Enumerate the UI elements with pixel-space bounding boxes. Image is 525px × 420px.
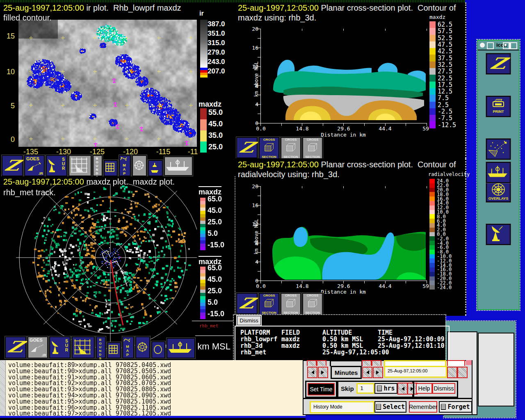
- ir-ytick: 5: [1, 102, 15, 110]
- surveillance-radar-button[interactable]: SUR: [46, 155, 67, 176]
- skip-back-button[interactable]: [397, 383, 408, 395]
- clipped-arrow-button[interactable]: [372, 360, 381, 366]
- ir-title-time: 25-aug-1997,12:05:00: [3, 3, 84, 12]
- dismiss-button[interactable]: Dismiss: [432, 383, 455, 394]
- overlay-target-button[interactable]: [132, 155, 147, 176]
- terminal-window[interactable]: volume:beaufait:89>xdump.all 970825.0405…: [0, 360, 306, 416]
- radar-dish-button[interactable]: [486, 224, 511, 245]
- zebra-main-button[interactable]: Z: [486, 53, 511, 74]
- xsec1-ytick: 20: [249, 26, 258, 32]
- time-forward-button[interactable]: [457, 367, 468, 378]
- clipped-field-2[interactable]: [447, 360, 465, 366]
- goes-label: GOES: [26, 156, 39, 161]
- help-button[interactable]: Help: [416, 383, 432, 394]
- buoy-button[interactable]: [148, 160, 163, 176]
- ship-icon: [165, 157, 190, 173]
- map-button[interactable]: MAP: [122, 336, 134, 358]
- cross-section-button-2[interactable]: CROSS SECTION: [281, 137, 301, 159]
- xsec1-plot[interactable]: [260, 29, 427, 123]
- ir-maxdz-colorbar-labels: 55.045.035.025.0: [208, 108, 223, 154]
- zebra-logo-button[interactable]: Z: [2, 155, 23, 176]
- print-button[interactable]: PRINT: [486, 96, 511, 117]
- cube-icon: [284, 142, 298, 153]
- satellite-image[interactable]: [18, 20, 197, 147]
- xsec2-ytick: 4: [249, 259, 258, 265]
- surveillance-radar-button[interactable]: SUR: [49, 336, 71, 358]
- minutes-forward-button-2[interactable]: [373, 367, 383, 378]
- ship-button[interactable]: [167, 338, 195, 358]
- ship-icon: [167, 339, 193, 355]
- ir-colorbar-title: ir: [199, 10, 204, 17]
- terminal-line: volume:beaufait:91>xdump.all 970825.0605…: [8, 374, 171, 380]
- map-button[interactable]: MAP: [119, 155, 131, 176]
- history-mode-field[interactable]: History Mode: [310, 401, 374, 413]
- minutes-forward-button[interactable]: [318, 367, 328, 378]
- bounds-button[interactable]: BOUNDS: [93, 155, 103, 176]
- icon-window-titlebar[interactable]: icon: [478, 41, 519, 50]
- radar-display[interactable]: [1, 184, 197, 349]
- bounds-label: BOUNDS: [95, 157, 98, 179]
- circle-button[interactable]: [151, 341, 165, 358]
- forget-button[interactable]: Forget: [439, 401, 472, 413]
- history-row: History Mode Select Remember Forget: [304, 398, 472, 416]
- zebra-logo-button[interactable]: Z: [236, 293, 258, 314]
- goes-ir-button[interactable]: GOES .IR: [24, 155, 45, 176]
- overlay-target-button[interactable]: [135, 336, 150, 358]
- satellite-button[interactable]: [486, 139, 511, 160]
- minutes-back-button-2[interactable]: [362, 367, 372, 378]
- xsec2-xtick: 14.8: [296, 283, 308, 289]
- xsec2-ylabel: km above MSL: [253, 219, 259, 255]
- ship-button[interactable]: [164, 156, 193, 176]
- overlays-button[interactable]: OVERLAYS: [486, 181, 511, 202]
- terminal-scrollbar[interactable]: [0, 360, 6, 416]
- time-value-field[interactable]: 25-Aug-97,12:05:00: [384, 366, 447, 378]
- cross-section-button-3[interactable]: CROSS SECTION: [302, 293, 323, 315]
- select-button[interactable]: Select: [374, 401, 406, 413]
- xsec2-x-top-ticks: [260, 186, 427, 188]
- skip-value-field[interactable]: 1: [356, 383, 374, 394]
- zebra-logo-button[interactable]: Z: [5, 336, 26, 358]
- platform-table: PLATFORMFIELDALTITUDETIME rhb_lowprfmaxd…: [235, 326, 450, 363]
- dismiss-button[interactable]: Dismiss: [236, 315, 262, 326]
- printer-icon: [491, 98, 506, 109]
- radar-grid-button[interactable]: [72, 336, 95, 358]
- goes-ir-button[interactable]: GOES .IR: [27, 336, 48, 358]
- map-label: MAP: [122, 163, 126, 176]
- radar-grid-button[interactable]: [68, 155, 91, 176]
- remember-button[interactable]: Remember: [409, 401, 437, 413]
- xsec2-plot[interactable]: [260, 186, 427, 281]
- clipped-field[interactable]: [384, 360, 446, 366]
- clipped-label-box: [330, 360, 363, 366]
- platform-table-row[interactable]: rhb_lowprfmaxdz0.50 km MSL25-Aug-97,12:0…: [240, 336, 449, 342]
- ship-big-button[interactable]: [486, 162, 511, 183]
- cross-section-button-2[interactable]: CROSS SECTION: [281, 293, 301, 315]
- window-iconify-icon[interactable]: [487, 42, 494, 49]
- bounds-button[interactable]: BOUNDS: [96, 336, 106, 358]
- cross-section-button-1[interactable]: CROSS SECTION: [259, 293, 279, 315]
- sur-label: SUR: [61, 157, 65, 171]
- time-back-button[interactable]: [447, 367, 457, 378]
- grid-button[interactable]: [107, 342, 121, 358]
- xsec2-colorbar: 24.022.020.018.016.014.012.010.08.06.04.…: [429, 179, 452, 290]
- clipped-arrow-button[interactable]: [317, 360, 326, 366]
- hrs-dropdown[interactable]: hrs: [374, 383, 397, 394]
- xsec2-xtick: 44.4: [379, 283, 391, 289]
- grid-button[interactable]: [104, 160, 118, 176]
- zebra-logo-button[interactable]: Z: [236, 137, 258, 158]
- xsec1-ytick: 16: [249, 45, 258, 51]
- window-close-icon[interactable]: [509, 42, 517, 49]
- set-time-button[interactable]: Set Time: [308, 383, 335, 395]
- platform-table-row[interactable]: rhb_met25-Aug-97,12:05:00: [240, 349, 449, 355]
- ir-panel-title-line2: filled contour.: [3, 13, 52, 23]
- goes-ir-label: .IR: [41, 353, 46, 357]
- overlays-target-icon: [491, 183, 506, 196]
- bounds-label: BOUNDS: [98, 338, 102, 360]
- clipped-arrow-button[interactable]: [307, 360, 317, 366]
- clipped-arrow-button[interactable]: [362, 360, 372, 366]
- cross-section-button-3[interactable]: CROSS SECTION: [302, 137, 323, 159]
- minutes-back-button[interactable]: [307, 367, 317, 378]
- window-menu-icon[interactable]: [480, 43, 485, 48]
- cross-section-button-1[interactable]: CROSS SECTION: [259, 137, 279, 159]
- platform-table-row[interactable]: rhb_3dmaxdz0.50 km MSL25-Aug-97,12:01:10: [240, 342, 449, 349]
- time-control-window: Minutes 25-Aug-97,12:05:00 Set Time Skip…: [303, 360, 472, 415]
